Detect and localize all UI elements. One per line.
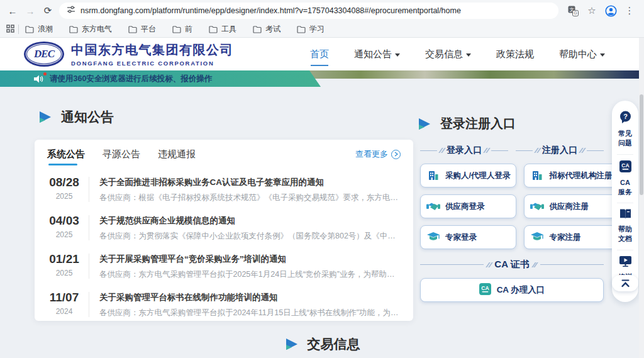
tab-violation-reports[interactable]: 违规通报 [158,140,196,169]
notice-item[interactable]: 01/212025 关于开展采购管理平台“竞价采购业务”培训的通知各供应商：东方… [47,247,401,285]
question-bubble-icon: ? [618,115,633,126]
notice-date: 11/07 [47,291,81,305]
notice-item[interactable]: 11/072024 关于采购管理平台标书在线制作功能培训的通知各供应商：东方电气… [47,285,401,323]
notice-title: 关于规范供应商企业规模信息的通知 [99,215,401,227]
translate-icon[interactable]: 文G [565,3,581,19]
svg-text:G: G [574,11,577,15]
divider [18,25,19,34]
building-icon [530,169,544,182]
notice-summary: 各供应商：为贯彻落实《保障中小企业款项支付条例》（国务院令第802号）及《中小企… [99,231,401,242]
graduation-cap-icon [426,232,440,242]
section-arrow-icon [417,118,431,130]
refresh-icon[interactable]: ⟳ [39,5,57,16]
bookmark-folder[interactable]: 工具 [209,24,236,35]
notices-card: 系统公告 寻源公告 违规通报 查看更多 08/282025 关于全面推进非招标采… [35,140,413,321]
tab-sourcing-notices[interactable]: 寻源公告 [103,140,140,169]
expert-register-button[interactable]: 专家注册 [524,225,618,249]
quickbar-item-ca-service[interactable]: CA CA服务 [612,154,638,203]
apps-grid-icon[interactable] [6,24,14,35]
svg-text:CA: CA [621,162,629,168]
dropdown-caret-icon [600,53,605,57]
divider [89,215,89,240]
speaker-icon [34,75,43,83]
login-section-header: 登录注册入口 [417,115,516,132]
notice-item[interactable]: 04/032025 关于规范供应商企业规模信息的通知各供应商：为贯彻落实《保障中… [47,208,401,247]
address-bar[interactable]: nsrm.dongfang.com/platform/runtime/epp/d… [59,3,558,19]
notice-year: 2024 [47,307,81,316]
notice-date: 01/21 [47,252,81,266]
bookmark-folder[interactable]: 考试 [253,24,280,35]
browser-menu-icon[interactable]: ⋮ [621,3,638,19]
graduation-cap-icon [530,232,544,242]
quickbar-item-faq[interactable]: ? 常见问题 [612,105,638,154]
register-group-header: 注册入口 [516,145,604,156]
section-arrow-icon [284,338,299,350]
back-icon[interactable]: ← [4,6,21,16]
supplier-register-button[interactable]: 供应商注册 [524,194,618,218]
notice-date: 04/03 [47,214,81,228]
main-nav: 首页 通知公告 交易信息 政策法规 帮助中心 [310,38,605,70]
dec-logo-icon: DEC [24,42,64,67]
ca-badge-icon: CA [479,283,491,297]
bookmark-folder[interactable]: 浪潮 [25,24,53,35]
expert-login-button[interactable]: 专家登录 [420,225,516,249]
tune-icon[interactable] [67,5,75,16]
nav-item-help-center[interactable]: 帮助中心 [559,48,605,60]
tab-system-notices[interactable]: 系统公告 [47,140,85,169]
scrollbar-thumb[interactable] [640,94,643,195]
profile-icon[interactable] [602,3,619,19]
login-panel: 登录入口 注册入口 采购人/代理人登录 招标代理机构注册 供应商登录 [420,145,604,302]
ca-card-icon: CA [619,164,632,175]
notice-year: 2025 [47,269,81,277]
view-more-link[interactable]: 查看更多 [355,148,401,160]
company-name-cn: 中国东方电气集团有限公司 [71,42,233,59]
supplier-login-button[interactable]: 供应商登录 [420,194,516,218]
handshake-icon [426,202,440,211]
company-name-en: DONGFANG ELECTRIC CORPORATION [71,60,233,67]
bookmark-folder[interactable]: 前 [172,24,192,35]
nav-item-home[interactable]: 首页 [310,48,329,60]
handshake-icon [530,202,544,211]
notice-year: 2025 [47,230,81,239]
floating-quickbar: ? 常见问题 CA CA服务 帮助文档 培训视频 [612,101,638,302]
dropdown-caret-icon [395,53,400,57]
section-arrow-icon [38,111,52,123]
collapse-quickbar-button[interactable] [612,275,638,291]
quickbar-item-help-docs[interactable]: 帮助文档 [612,203,638,250]
company-logo[interactable]: DEC 中国东方电气集团有限公司 DONGFANG ELECTRIC CORPO… [24,42,233,67]
notice-tabs: 系统公告 寻源公告 违规通报 查看更多 [35,140,413,169]
buyer-agent-login-button[interactable]: 采购人/代理人登录 [420,164,516,187]
svg-text:CA: CA [481,285,489,291]
active-tab-underline [48,164,77,165]
notice-title: 关于开展采购管理平台“竞价采购业务”培训的通知 [99,254,401,265]
site-header: DEC 中国东方电气集团有限公司 DONGFANG ELECTRIC CORPO… [0,38,644,70]
nav-item-policies[interactable]: 政策法规 [496,48,534,60]
ca-group-header: CA 证书 [420,259,604,271]
screen: ← → ⟳ nsrm.dongfang.com/platform/runtime… [0,0,644,358]
ca-apply-button[interactable]: CA CA 办理入口 [420,278,604,302]
video-icon [619,259,632,269]
notice-list: 08/282025 关于全面推进非招标采购业务CA认证及电子签章应用的通知各供应… [35,169,413,323]
bookmark-folder[interactable]: 平台 [128,24,156,35]
notice-title: 关于采购管理平台标书在线制作功能培训的通知 [99,292,401,303]
notice-item[interactable]: 08/282025 关于全面推进非招标采购业务CA认证及电子签章应用的通知各供应… [47,170,401,208]
section-title: 交易信息 [308,335,360,353]
notice-date: 08/28 [47,176,81,189]
trade-info-section-header: 交易信息 [0,335,644,353]
book-icon [619,211,632,221]
notice-summary: 各供应商：东方电气采购管理平台拟于2025年1月24日上线“竞价采购”业务，为帮… [99,269,401,280]
bookmark-folder[interactable]: 东方电气 [69,24,112,35]
notice-summary: 各供应商：东方电气采购管理平台拟于2024年11月15日上线“标书在线制作”功能… [99,308,401,318]
nav-item-trade-info[interactable]: 交易信息 [425,48,471,60]
active-underline [311,65,328,66]
bid-agency-register-button[interactable]: 招标代理机构注册 [524,164,618,187]
nav-item-notices[interactable]: 通知公告 [354,48,400,60]
divider [89,254,89,279]
notices-section-header: 通知公告 [38,108,114,126]
bookmark-star-icon[interactable]: ☆ [584,3,600,19]
bookmark-folder[interactable]: 学习 [297,24,325,35]
collapse-to-top-icon [621,279,630,288]
forward-icon[interactable]: → [21,6,39,16]
scrollbar-track[interactable] [639,38,644,358]
url-text: nsrm.dongfang.com/platform/runtime/epp/d… [80,6,461,15]
